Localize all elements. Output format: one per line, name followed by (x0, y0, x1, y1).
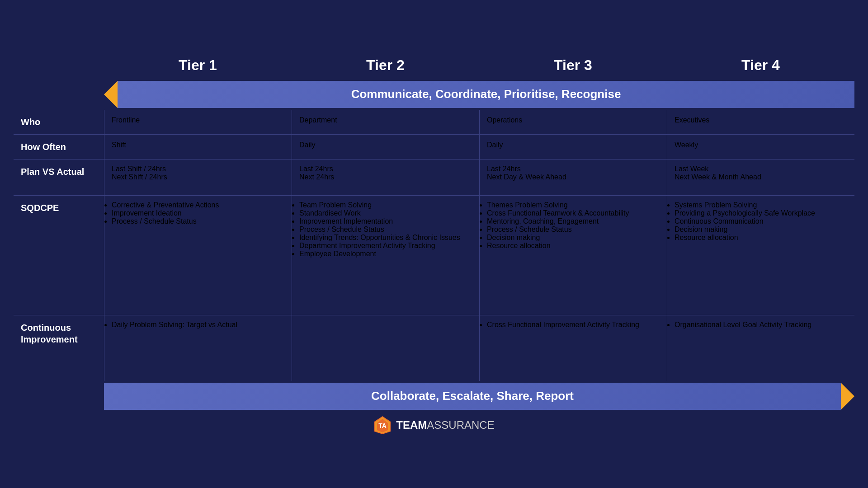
tier2-sqdcpe: Team Problem Solving Standardised Work I… (292, 196, 479, 315)
bottom-banner-text: Collaborate, Escalate, Share, Report (371, 389, 574, 403)
tier3-planvs: Last 24hrsNext Day & Week Ahead (480, 160, 667, 196)
tier2-who: Department (292, 110, 479, 135)
tier4-howoften: Weekly (667, 135, 854, 160)
top-banner-text: Communicate, Coordinate, Prioritise, Rec… (351, 87, 621, 101)
label-column: Who How Often Plan VS Actual SQDCPE Cont… (14, 110, 104, 381)
tier-header-row: Tier 1 Tier 2 Tier 3 Tier 4 (104, 53, 854, 77)
tier1-header: Tier 1 (104, 53, 292, 77)
label-who: Who (14, 110, 104, 135)
left-arrow-icon (104, 81, 118, 108)
tier3-header: Tier 3 (479, 53, 667, 77)
tier2-howoften: Daily (292, 135, 479, 160)
tier1-sqdcpe: Corrective & Preventative Actions Improv… (104, 196, 292, 315)
label-ci: ContinuousImprovement (14, 315, 104, 381)
tier2-planvs: Last 24hrsNext 24hrs (292, 160, 479, 196)
table-wrapper: Who How Often Plan VS Actual SQDCPE Cont… (14, 110, 854, 381)
right-arrow-icon (841, 383, 854, 410)
tier4-col: Executives Weekly Last WeekNext Week & M… (667, 110, 854, 381)
tier1-planvs: Last Shift / 24hrsNext Shift / 24hrs (104, 160, 292, 196)
main-container: Tier 1 Tier 2 Tier 3 Tier 4 Communicate,… (14, 53, 854, 435)
label-howoften: How Often (14, 135, 104, 160)
logo-text: TEAMASSURANCE (396, 419, 494, 432)
label-sqdcpe: SQDCPE (14, 196, 104, 315)
tier1-howoften: Shift (104, 135, 292, 160)
tier1-who: Frontline (104, 110, 292, 135)
tier4-planvs: Last WeekNext Week & Month Ahead (667, 160, 854, 196)
tier4-who: Executives (667, 110, 854, 135)
tier4-ci: Organisational Level Goal Activity Track… (667, 315, 854, 381)
tier3-sqdcpe: Themes Problem Solving Cross Functional … (480, 196, 667, 315)
tier4-sqdcpe: Systems Problem Solving Providing a Psyc… (667, 196, 854, 315)
svg-text:TA: TA (379, 422, 387, 429)
tier3-howoften: Daily (480, 135, 667, 160)
footer: TA TEAMASSURANCE (14, 415, 854, 435)
tier1-ci: Daily Problem Solving: Target vs Actual (104, 315, 292, 381)
tier2-col: Department Daily Last 24hrsNext 24hrs Te… (292, 110, 480, 381)
bottom-banner-bar: Collaborate, Escalate, Share, Report (104, 383, 841, 410)
tier2-header: Tier 2 (292, 53, 479, 77)
teamassurance-logo-icon: TA (373, 415, 392, 435)
tier3-who: Operations (480, 110, 667, 135)
tier3-ci: Cross Functional Improvement Activity Tr… (480, 315, 667, 381)
bottom-banner: Collaborate, Escalate, Share, Report (104, 383, 854, 410)
tier1-col: Frontline Shift Last Shift / 24hrsNext S… (104, 110, 292, 381)
grids-area: Frontline Shift Last Shift / 24hrsNext S… (104, 110, 854, 381)
tier4-header: Tier 4 (667, 53, 854, 77)
label-planvsactual: Plan VS Actual (14, 160, 104, 196)
tier2-ci (292, 315, 479, 381)
top-banner-bar: Communicate, Coordinate, Prioritise, Rec… (118, 81, 854, 108)
tier3-col: Operations Daily Last 24hrsNext Day & We… (480, 110, 667, 381)
top-banner: Communicate, Coordinate, Prioritise, Rec… (104, 81, 854, 108)
